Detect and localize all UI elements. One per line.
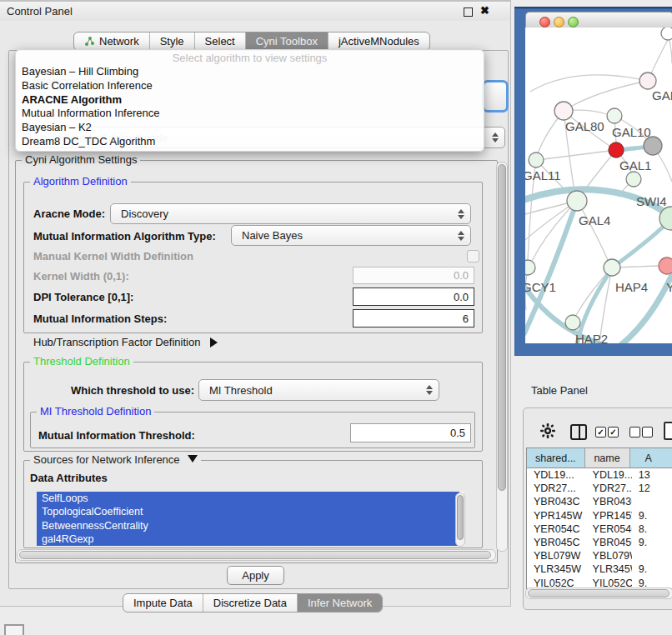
settings-horizontal-scrollbar[interactable] [17,549,496,561]
table-row[interactable]: YBR043CYBR043C [527,495,672,508]
tab-network[interactable]: Network [74,32,149,50]
table-row[interactable]: YER054CYER054C8. [527,522,672,536]
tab-label: jActiveMNodules [339,35,419,48]
algorithm-selector-combo-fragment[interactable] [482,80,509,112]
mi-threshold-group-title: MI Threshold Definition [37,405,154,418]
table-cell: YLR345W [527,563,586,575]
algorithm-option[interactable]: Bayesian – Hill Climbing [16,65,484,79]
algorithm-option[interactable]: Dream8 DC_TDC Algorithm [16,135,484,149]
network-node-gal11[interactable] [529,152,544,168]
tab-label: Cyni Toolbox [256,35,318,48]
sources-group-title[interactable]: Sources for Network Inference [30,453,201,466]
zoom-traffic-light[interactable] [568,17,579,28]
split-columns-icon[interactable] [570,424,587,440]
data-attribute-item-selected[interactable]: TopologicalCoefficient [37,505,459,518]
close-icon[interactable]: ✖ [480,4,489,17]
mi-threshold-value: 0.5 [450,427,465,439]
network-node-salmon[interactable] [659,258,672,274]
apply-button-label: Apply [242,569,269,582]
float-icon[interactable] [464,8,473,17]
table-cell: 9. [632,563,672,575]
tab-jactivemnodules[interactable]: jActiveMNodules [328,32,429,50]
unchecked-checkbox-icon[interactable] [642,427,653,438]
apply-button[interactable]: Apply [227,566,284,585]
table-cell: 8. [632,523,672,535]
algorithm-option[interactable]: Mutual Information Inference [16,107,484,121]
mi-threshold-label: Mutual Information Threshold: [38,429,195,442]
minimize-traffic-light[interactable] [554,17,564,28]
gear-icon[interactable] [539,422,556,439]
tab-style[interactable]: Style [149,32,194,50]
table-row[interactable]: YLR345WYLR345W9. [527,562,672,576]
tab-cyni-toolbox[interactable]: Cyni Toolbox [245,32,328,50]
algorithm-option[interactable]: Bayesian – K2 [16,121,484,135]
which-threshold-combo[interactable]: MI Threshold [198,379,439,401]
data-attribute-item-selected[interactable]: BetweennessCentrality [37,519,459,532]
network-node-label: GAL80 [565,119,604,133]
checked-checkbox-icon[interactable]: ✓ [595,427,606,438]
table-horizontal-scrollbar[interactable] [525,588,672,599]
table-cell: YDR27... [586,482,632,494]
kernel-width-field[interactable]: 0.0 [353,267,474,284]
tab-label: Impute Data [133,597,193,609]
attribute-list-scrollbar[interactable] [455,492,465,547]
network-canvas[interactable]: GALGAL80GAL10GAL1GAL11SWI4GAL4GCY1HAP4YH… [525,28,672,343]
control-panel-tabbar: Network Style Select Cyni Toolbox jActiv… [73,32,430,51]
dpi-tolerance-field[interactable]: 0.0 [353,288,474,306]
table-row[interactable]: YDR27...YDR27...12 [527,482,672,495]
tab-discretize-data[interactable]: Discretize Data [203,594,297,612]
table-row[interactable]: YBL079WYBL079W [527,549,672,562]
table-row[interactable]: YPR145WYPR145W9. [527,509,672,522]
table-cell: YBL079W [586,550,632,562]
column-header-shared-name[interactable]: shared... [527,448,585,468]
minimized-panel-icon[interactable] [4,624,24,635]
network-node-gal10[interactable] [607,108,622,123]
combo-arrows-icon [458,209,464,219]
network-node-label: GAL10 [612,125,651,139]
network-node-gal80[interactable] [554,102,573,120]
network-node-gcy1[interactable] [525,260,535,275]
column-header-name[interactable]: name [585,448,630,468]
network-node-label: Y [666,280,672,294]
tab-impute-data[interactable]: Impute Data [123,594,203,612]
manual-kernel-checkbox[interactable] [467,250,479,262]
cyni-bottom-tabbar: Impute Data Discretize Data Infer Networ… [123,593,383,612]
network-node[interactable] [626,172,641,187]
threshold-definition-title: Threshold Definition [30,355,133,368]
document-icon[interactable] [664,422,672,440]
mi-type-combo[interactable]: Naive Bayes [231,225,471,246]
data-attribute-item-selected[interactable]: SelfLoops [37,492,459,505]
network-node-hap4[interactable] [604,259,620,276]
settings-vertical-scrollbar[interactable] [496,162,508,552]
checked-checkbox-icon[interactable]: ✓ [608,427,619,438]
close-traffic-light[interactable] [539,17,550,28]
network-node-gal4[interactable] [567,191,587,211]
data-attribute-item-selected[interactable]: gal4RGexp [37,532,459,546]
mi-threshold-field[interactable]: 0.5 [350,423,471,442]
table-row[interactable]: YBR045CYBR045C9. [527,536,672,549]
hub-definition-label: Hub/Transcription Factor Definition [33,336,200,348]
network-node-label: GAL11 [525,168,561,182]
tab-select[interactable]: Select [194,32,245,50]
sources-title-label: Sources for Network Inference [33,453,180,466]
network-node-hap2[interactable] [565,315,580,330]
mi-steps-field[interactable]: 6 [353,309,474,328]
tab-infer-network[interactable]: Infer Network [297,594,382,612]
unchecked-checkbox-icon[interactable] [629,427,640,438]
network-node-gray[interactable] [644,137,662,155]
mi-steps-label: Mutual Information Steps: [33,312,167,325]
network-icon [84,36,95,47]
network-node[interactable] [661,28,672,40]
algorithm-option[interactable]: Basic Correlation Inference [16,79,484,93]
aracne-mode-combo[interactable]: Discovery [110,203,471,224]
algorithm-option[interactable]: ARACNE Algorithm [16,93,484,108]
hub-definition-disclosure[interactable]: Hub/Transcription Factor Definition [33,336,218,348]
table-cell: YPR145W [586,510,632,522]
network-node-gal1-selected[interactable] [609,142,624,158]
table-row[interactable]: YDL19...YDL19...13 [527,468,672,482]
network-node[interactable] [639,72,656,89]
tab-label: Select [205,35,235,48]
kernel-width-label: Kernel Width (0,1): [33,270,129,282]
algorithm-dropdown: Select algorithm to view settings Bayesi… [15,49,484,152]
column-header-third[interactable]: A [630,448,672,468]
